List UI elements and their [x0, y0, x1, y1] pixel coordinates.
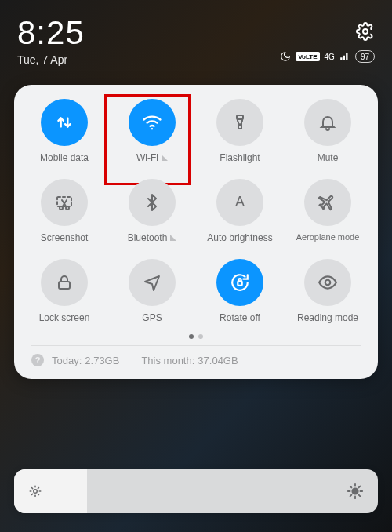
svg-line-18	[32, 494, 33, 494]
page-dot-active	[189, 334, 194, 339]
tile-screenshot[interactable]: Screenshot	[20, 179, 108, 243]
brightness-slider[interactable]	[14, 469, 378, 513]
tile-label: Lock screen	[39, 312, 90, 323]
gear-icon	[356, 22, 375, 41]
tile-label: Bluetooth	[128, 232, 168, 243]
tile-label: Wi-Fi	[136, 152, 158, 163]
tile-label: Flashlight	[220, 152, 260, 163]
svg-point-20	[352, 488, 358, 494]
flashlight-icon	[230, 113, 249, 132]
tile-wifi[interactable]: Wi-Fi	[108, 99, 196, 163]
tile-lock-screen[interactable]: Lock screen	[20, 259, 108, 323]
svg-rect-8	[59, 282, 70, 289]
tile-mobile-data[interactable]: Mobile data	[20, 99, 108, 163]
data-today-value: 2.73GB	[85, 355, 119, 366]
tile-flashlight[interactable]: Flashlight	[196, 99, 284, 163]
lock-icon	[55, 273, 74, 292]
tile-label: Reading mode	[297, 312, 358, 323]
gps-toggle[interactable]	[129, 259, 176, 306]
reading-mode-toggle[interactable]	[304, 259, 351, 306]
bell-icon	[318, 113, 337, 132]
tile-rotate-off[interactable]: Rotate off	[196, 259, 284, 323]
tile-mute[interactable]: Mute	[284, 99, 372, 163]
auto-brightness-icon: A	[230, 193, 249, 212]
tile-bluetooth[interactable]: Bluetooth	[108, 179, 196, 243]
volte-badge: VoLTE	[296, 52, 319, 61]
mute-toggle[interactable]	[304, 99, 351, 146]
tile-auto-brightness[interactable]: A Auto brightness	[196, 179, 284, 243]
info-icon: ?	[31, 354, 44, 366]
tile-label: Screenshot	[41, 232, 89, 243]
rotate-toggle[interactable]	[216, 259, 263, 306]
status-bar: 8:25 Tue, 7 Apr VoLTE 4G 97	[0, 0, 392, 66]
data-month-value: 37.04GB	[198, 355, 238, 366]
signal-icon	[339, 51, 350, 62]
mobile-data-icon	[54, 112, 74, 133]
airplane-icon	[318, 193, 337, 212]
settings-button[interactable]	[356, 22, 375, 41]
svg-line-25	[350, 486, 352, 488]
network-type: 4G	[325, 53, 335, 61]
tile-label: Aeroplane mode	[296, 232, 360, 242]
brightness-low-icon	[28, 484, 42, 498]
brightness-high-icon	[347, 483, 364, 500]
wifi-icon	[141, 111, 163, 133]
expand-indicator-icon	[162, 155, 168, 161]
dnd-moon-icon	[280, 51, 291, 62]
brightness-fill	[14, 469, 87, 513]
battery-indicator: 97	[355, 50, 375, 63]
page-dot	[198, 334, 203, 339]
data-month-label: This month:	[141, 355, 194, 366]
quick-settings-panel: Mobile data Wi-Fi Flashlight Mute	[14, 85, 378, 379]
data-usage-row[interactable]: ? Today: 2.73GB This month: 37.04GB	[20, 346, 372, 371]
screenshot-toggle[interactable]	[41, 179, 88, 226]
expand-indicator-icon	[170, 235, 176, 241]
svg-point-0	[363, 29, 368, 34]
page-indicator	[20, 334, 372, 339]
svg-point-10	[325, 280, 331, 286]
status-indicators: VoLTE 4G 97	[280, 50, 375, 63]
tile-label: Auto brightness	[207, 232, 272, 243]
bluetooth-toggle[interactable]	[129, 179, 176, 226]
flashlight-toggle[interactable]	[216, 99, 263, 146]
wifi-toggle[interactable]	[129, 99, 176, 146]
bluetooth-icon	[143, 193, 162, 212]
auto-brightness-toggle[interactable]: A	[216, 179, 263, 226]
data-today-label: Today:	[52, 355, 82, 366]
aeroplane-toggle[interactable]	[304, 179, 351, 226]
tile-label: Mute	[318, 152, 339, 163]
rotate-lock-icon	[230, 272, 250, 293]
svg-line-16	[32, 488, 33, 489]
status-time: 8:25	[17, 14, 375, 52]
tile-reading-mode[interactable]: Reading mode	[284, 259, 372, 323]
svg-point-1	[151, 128, 153, 129]
svg-point-11	[34, 490, 38, 494]
svg-line-19	[38, 488, 38, 489]
tile-label: Mobile data	[40, 152, 89, 163]
tile-label: Rotate off	[220, 312, 260, 323]
svg-text:A: A	[235, 194, 245, 210]
tile-aeroplane-mode[interactable]: Aeroplane mode	[284, 179, 372, 243]
svg-line-27	[350, 495, 352, 497]
tile-gps[interactable]: GPS	[108, 259, 196, 323]
lock-screen-toggle[interactable]	[41, 259, 88, 306]
svg-line-28	[359, 486, 361, 488]
svg-line-17	[38, 494, 38, 494]
navigation-icon	[143, 273, 162, 292]
tile-label: GPS	[142, 312, 162, 323]
eye-icon	[318, 272, 338, 293]
scissors-icon	[55, 193, 74, 212]
mobile-data-toggle[interactable]	[41, 99, 88, 146]
svg-line-26	[359, 495, 361, 497]
